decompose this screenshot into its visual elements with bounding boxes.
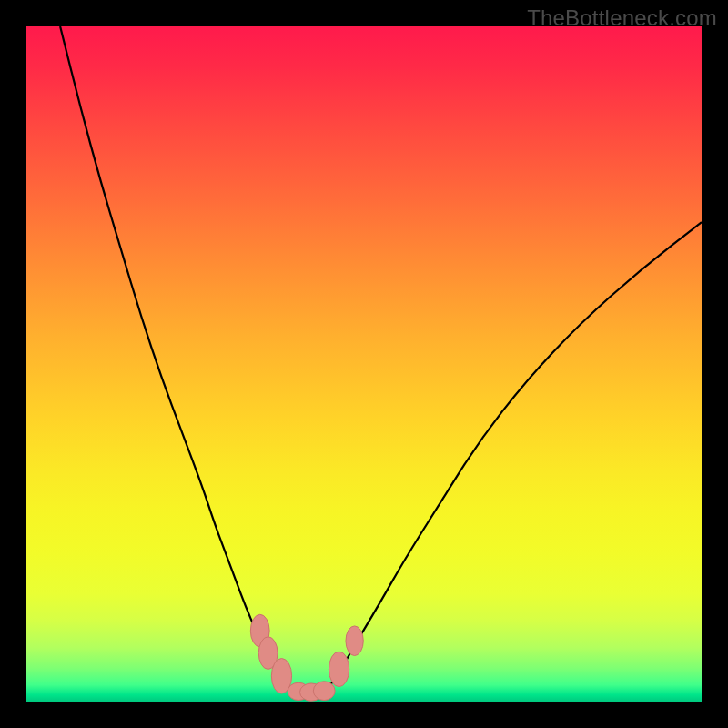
chart-frame: TheBottleneck.com xyxy=(0,0,728,728)
plot-area xyxy=(26,26,702,702)
data-marker xyxy=(313,682,335,701)
watermark-text: TheBottleneck.com xyxy=(527,5,717,31)
data-marker xyxy=(329,652,349,687)
curve-right-branch xyxy=(323,222,702,693)
curve-left-branch xyxy=(60,26,297,693)
marker-group xyxy=(250,614,363,701)
chart-svg xyxy=(26,26,702,702)
data-marker xyxy=(346,626,363,656)
curve-group xyxy=(60,26,702,693)
